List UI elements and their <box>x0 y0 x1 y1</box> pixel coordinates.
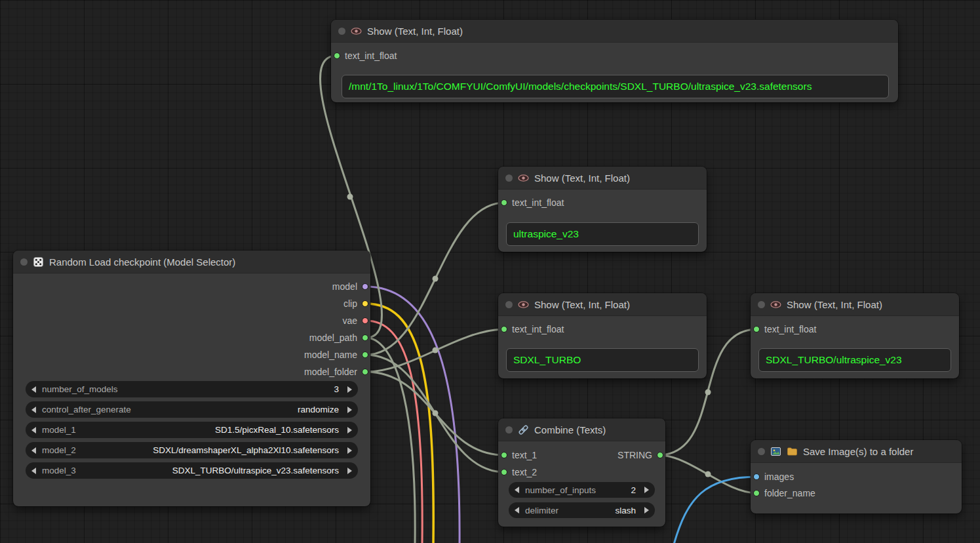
node-random-load-checkpoint[interactable]: Random Load checkpoint (Model Selector) … <box>13 251 370 506</box>
output-slot-dot[interactable] <box>657 452 663 458</box>
collapse-dot[interactable] <box>20 258 28 266</box>
node-title: Show (Text, Int, Float) <box>534 299 630 310</box>
slot-label: vae <box>342 315 357 326</box>
link-midpoint-dot <box>433 411 439 416</box>
node-title-bar[interactable]: Combine (Texts) <box>498 418 665 441</box>
widget-value[interactable]: SDXL/dreamshaperXL_alpha2Xl10.safetensor… <box>153 445 339 455</box>
node-title-bar[interactable]: Show (Text, Int, Float) <box>331 20 898 43</box>
input-slot-dot[interactable] <box>501 326 507 332</box>
output-slot-dot[interactable] <box>362 283 368 290</box>
output-slot-dot[interactable] <box>362 369 368 375</box>
input-slot-text-int-float: text_int_float <box>501 196 564 209</box>
decrement-arrow-icon[interactable] <box>515 487 519 493</box>
text-display[interactable]: ultraspice_v23 <box>506 222 699 246</box>
collapse-dot[interactable] <box>505 426 513 433</box>
decrement-arrow-icon[interactable] <box>515 507 519 513</box>
slot-label: model <box>332 281 357 292</box>
node-show-path[interactable]: Show (Text, Int, Float) text_int_float /… <box>331 20 898 102</box>
widget-value[interactable]: slash <box>615 506 636 515</box>
output-slot-dot[interactable] <box>362 300 368 307</box>
node-title-bar[interactable]: Show (Text, Int, Float) <box>498 293 707 316</box>
text-display[interactable]: /mnt/1To_linux/1To/COMFYUI/ComfyUI/model… <box>342 75 889 98</box>
increment-arrow-icon[interactable] <box>347 386 352 393</box>
output-slot-model-path: model_path <box>309 331 368 344</box>
input-slot-dot[interactable] <box>753 490 760 496</box>
node-show-combined[interactable]: Show (Text, Int, Float) text_int_float S… <box>751 293 959 378</box>
node-title-bar[interactable]: Show (Text, Int, Float) <box>751 293 959 316</box>
increment-arrow-icon[interactable] <box>347 468 352 474</box>
node-title-bar[interactable]: Save Image(s) to a folder <box>751 440 962 463</box>
text-display[interactable]: SDXL_TURBO <box>506 348 699 372</box>
input-slot-text-int-float: text_int_float <box>334 49 397 62</box>
output-slot-clip: clip <box>343 297 368 310</box>
slot-label: STRING <box>617 450 652 460</box>
widget-model-1[interactable]: model_1 SD1.5/picxReal_10.safetensors <box>26 422 358 438</box>
input-slot-dot[interactable] <box>501 199 507 206</box>
node-title-bar[interactable]: Show (Text, Int, Float) <box>498 167 707 190</box>
widget-name: delimiter <box>525 506 559 515</box>
output-slot-dot[interactable] <box>362 317 368 324</box>
widget-value[interactable]: randomize <box>298 405 339 414</box>
decrement-arrow-icon[interactable] <box>31 407 36 413</box>
collapse-dot[interactable] <box>505 301 513 308</box>
increment-arrow-icon[interactable] <box>347 407 352 413</box>
slot-label: text_1 <box>512 450 537 460</box>
input-slot-dot[interactable] <box>501 469 507 475</box>
output-slot-dot[interactable] <box>362 334 368 341</box>
link-midpoint-dot <box>705 390 711 395</box>
slot-label: folder_name <box>764 488 815 498</box>
slot-label: model_name <box>304 350 357 360</box>
widget-number-of-inputs[interactable]: number_of_inputs 2 <box>509 482 655 498</box>
increment-arrow-icon[interactable] <box>347 447 352 454</box>
widget-value[interactable]: 3 <box>334 384 339 394</box>
node-show-name[interactable]: Show (Text, Int, Float) text_int_float u… <box>498 167 707 252</box>
input-slot-dot[interactable] <box>334 52 340 59</box>
widget-number-of-models[interactable]: number_of_models 3 <box>26 381 358 397</box>
collapse-dot[interactable] <box>758 448 765 455</box>
input-slot-folder-name: folder_name <box>753 487 815 500</box>
text-display[interactable]: SDXL_TURBO/ultraspice_v23 <box>758 348 951 372</box>
widget-control-after-generate[interactable]: control_after_generate randomize <box>26 401 358 418</box>
output-slot-dot[interactable] <box>362 352 368 358</box>
decrement-arrow-icon[interactable] <box>31 468 36 474</box>
collapse-dot[interactable] <box>758 301 765 308</box>
widget-model-2[interactable]: model_2 SDXL/dreamshaperXL_alpha2Xl10.sa… <box>26 442 358 458</box>
output-slot-model: model <box>332 280 368 293</box>
node-title: Save Image(s) to a folder <box>803 446 913 457</box>
input-slot-dot[interactable] <box>753 326 760 332</box>
increment-arrow-icon[interactable] <box>347 427 352 433</box>
widget-model-3[interactable]: model_3 SDXL_TURBO/ultraspice_v23.safete… <box>26 462 358 479</box>
widget-value[interactable]: 2 <box>631 485 636 495</box>
input-slot-text-int-float: text_int_float <box>753 323 816 336</box>
eye-icon <box>770 299 781 310</box>
input-slot-dot[interactable] <box>753 473 760 480</box>
widget-value[interactable]: SD1.5/picxReal_10.safetensors <box>215 425 339 435</box>
eye-icon <box>518 299 529 310</box>
increment-arrow-icon[interactable] <box>644 487 649 493</box>
wire-images-input <box>674 477 757 543</box>
node-graph-canvas[interactable]: Show (Text, Int, Float) text_int_float /… <box>0 0 980 543</box>
decrement-arrow-icon[interactable] <box>31 447 36 454</box>
input-slot-dot[interactable] <box>501 452 507 458</box>
slot-label: images <box>764 472 794 482</box>
collapse-dot[interactable] <box>338 28 345 35</box>
node-title: Combine (Texts) <box>534 424 606 435</box>
node-combine-texts[interactable]: Combine (Texts) text_1 text_2 STRING num… <box>498 418 665 527</box>
decrement-arrow-icon[interactable] <box>31 386 36 393</box>
widget-delimiter[interactable]: delimiter slash <box>509 502 655 518</box>
node-title-bar[interactable]: Random Load checkpoint (Model Selector) <box>13 251 370 273</box>
link-midpoint-dot <box>433 348 439 353</box>
node-save-images[interactable]: Save Image(s) to a folder images folder_… <box>751 440 962 513</box>
widget-value[interactable]: SDXL_TURBO/ultraspice_v23.safetensors <box>172 466 339 475</box>
output-slot-string: STRING <box>617 449 663 462</box>
widget-name: number_of_models <box>42 384 118 394</box>
widget-name: model_1 <box>42 425 76 435</box>
dice-icon <box>33 256 44 268</box>
increment-arrow-icon[interactable] <box>644 507 649 513</box>
decrement-arrow-icon[interactable] <box>31 427 36 433</box>
slot-label: text_int_float <box>764 324 816 334</box>
node-show-folder[interactable]: Show (Text, Int, Float) text_int_float S… <box>498 293 707 378</box>
widget-name: control_after_generate <box>42 405 131 414</box>
slot-label: model_path <box>309 332 357 343</box>
collapse-dot[interactable] <box>505 174 513 182</box>
